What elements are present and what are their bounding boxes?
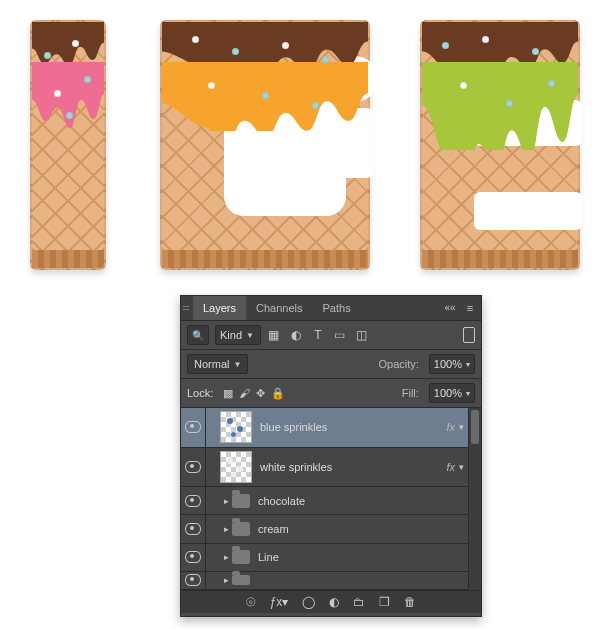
layer-mask-icon[interactable]: ◯ <box>302 595 315 609</box>
fx-badge[interactable]: fx <box>446 421 455 433</box>
fx-disclose-icon[interactable]: ▾ <box>459 462 464 472</box>
panel-close-icon[interactable] <box>181 296 193 320</box>
lock-all-icon[interactable]: 🔒 <box>271 387 285 400</box>
group-disclose-icon[interactable]: ▸ <box>220 575 232 585</box>
layer-name[interactable]: chocolate <box>258 495 468 507</box>
panel-tabbar: Layers Channels Paths «« ≡ <box>181 296 481 321</box>
tab-layers[interactable]: Layers <box>193 296 246 320</box>
scrollbar[interactable] <box>468 408 481 590</box>
layer-name[interactable]: cream <box>258 523 468 535</box>
folder-icon <box>232 550 250 564</box>
visibility-toggle[interactable] <box>181 515 206 542</box>
search-icon: 🔍 <box>192 330 204 341</box>
new-layer-icon[interactable]: ❐ <box>379 595 390 609</box>
tab-paths[interactable]: Paths <box>313 296 361 320</box>
fill-label: Fill: <box>402 387 419 399</box>
visibility-toggle[interactable] <box>181 408 206 447</box>
layer-row[interactable]: blue sprinkles fx ▾ <box>181 408 468 448</box>
panel-footer: ⦾ ƒx▾ ◯ ◐ 🗀 ❐ 🗑 <box>181 590 481 613</box>
lock-pixels-icon[interactable]: 🖌 <box>239 387 250 399</box>
blend-bar: Normal▼ Opacity: 100%▾ <box>181 350 481 379</box>
folder-icon <box>232 522 250 536</box>
layer-filter-bar: 🔍 Kind▼ ▦ ◐ T ▭ ◫ <box>181 321 481 350</box>
group-disclose-icon[interactable]: ▸ <box>220 552 232 562</box>
fx-disclose-icon[interactable]: ▾ <box>459 422 464 432</box>
filter-adjust-icon[interactable]: ◐ <box>289 328 303 342</box>
eye-icon <box>185 461 201 473</box>
layer-thumbnail[interactable] <box>220 451 252 483</box>
layer-name[interactable]: blue sprinkles <box>260 421 446 433</box>
filter-toggle-icon[interactable] <box>463 327 475 343</box>
letter-c <box>160 20 370 270</box>
layer-name[interactable]: Line <box>258 551 468 563</box>
letter-i <box>30 20 106 270</box>
layer-thumbnail[interactable] <box>220 411 252 443</box>
eye-icon <box>185 421 201 433</box>
filter-type-icon[interactable]: T <box>311 328 325 342</box>
layer-fx-icon[interactable]: ƒx▾ <box>270 595 289 609</box>
eye-icon <box>185 523 201 535</box>
visibility-toggle[interactable] <box>181 487 206 514</box>
filter-kind-dropdown[interactable]: Kind▼ <box>215 325 261 345</box>
new-group-icon[interactable]: 🗀 <box>353 595 365 609</box>
group-disclose-icon[interactable]: ▸ <box>220 524 232 534</box>
folder-icon <box>232 494 250 508</box>
group-disclose-icon[interactable]: ▸ <box>220 496 232 506</box>
blend-mode-dropdown[interactable]: Normal▼ <box>187 354 248 374</box>
layer-row[interactable]: ▸ Line <box>181 544 468 572</box>
opacity-input[interactable]: 100%▾ <box>429 354 475 374</box>
filter-smart-icon[interactable]: ◫ <box>355 328 369 342</box>
visibility-toggle[interactable] <box>181 544 206 571</box>
eye-icon <box>185 495 201 507</box>
layer-row[interactable]: ▸ cream <box>181 515 468 543</box>
collapse-panel-icon[interactable]: «« <box>441 296 459 320</box>
letter-e <box>420 20 580 270</box>
layers-panel: Layers Channels Paths «« ≡ 🔍 Kind▼ ▦ ◐ T… <box>180 295 482 617</box>
layer-search[interactable]: 🔍 <box>187 325 209 345</box>
panel-menu-icon[interactable]: ≡ <box>459 296 481 320</box>
folder-icon <box>232 575 250 585</box>
eye-icon <box>185 551 201 563</box>
eye-icon <box>185 574 201 586</box>
link-layers-icon[interactable]: ⦾ <box>246 595 256 609</box>
layer-row[interactable]: white sprinkles fx ▾ <box>181 448 468 488</box>
lock-position-icon[interactable]: ✥ <box>256 387 265 400</box>
visibility-toggle[interactable] <box>181 448 206 487</box>
lock-label: Lock: <box>187 387 213 399</box>
layer-name[interactable]: white sprinkles <box>260 461 446 473</box>
canvas-artwork <box>0 0 600 290</box>
opacity-label: Opacity: <box>379 358 419 370</box>
delete-layer-icon[interactable]: 🗑 <box>404 595 416 609</box>
filter-pixel-icon[interactable]: ▦ <box>267 328 281 342</box>
fill-input[interactable]: 100%▾ <box>429 383 475 403</box>
visibility-toggle[interactable] <box>181 572 206 589</box>
layer-row[interactable]: ▸ chocolate <box>181 487 468 515</box>
adjustment-layer-icon[interactable]: ◐ <box>329 595 339 609</box>
layer-row[interactable]: ▸ <box>181 572 468 590</box>
layer-list: blue sprinkles fx ▾ white sprinkles fx ▾… <box>181 408 481 590</box>
lock-bar: Lock: ▩ 🖌 ✥ 🔒 Fill: 100%▾ <box>181 379 481 408</box>
tab-channels[interactable]: Channels <box>246 296 312 320</box>
fx-badge[interactable]: fx <box>446 461 455 473</box>
lock-transparent-icon[interactable]: ▩ <box>223 387 233 400</box>
filter-shape-icon[interactable]: ▭ <box>333 328 347 342</box>
